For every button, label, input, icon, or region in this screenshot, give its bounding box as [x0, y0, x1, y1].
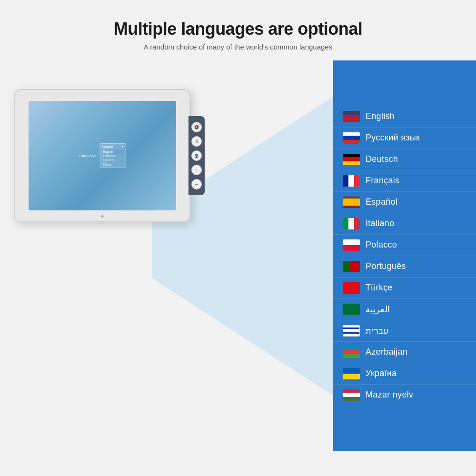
- screen-option-espanol[interactable]: Español: [102, 158, 123, 162]
- lang-name-sa: العربية: [366, 304, 390, 315]
- language-item-ru[interactable]: Русский язык: [333, 128, 476, 149]
- flag-en: [343, 111, 360, 122]
- device-screen: Language English ▾ English Français Espa…: [29, 101, 176, 210]
- flag-ru: [343, 132, 360, 144]
- lang-name-de: Deutsch: [366, 154, 398, 164]
- flag-pt: [343, 261, 360, 272]
- flag-fr: [343, 175, 360, 187]
- screen-language-label: Language: [79, 154, 96, 158]
- language-item-ua[interactable]: Україна: [333, 363, 476, 385]
- language-item-il[interactable]: עִברִית: [333, 320, 476, 342]
- language-item-pl[interactable]: Polacco: [333, 235, 476, 256]
- flag-hu: [343, 389, 360, 401]
- screen-option-selected[interactable]: English: [102, 149, 123, 154]
- lang-name-tr: Türkçe: [366, 283, 393, 293]
- button-user[interactable]: 👤: [191, 150, 202, 161]
- device-dot: [101, 215, 104, 218]
- language-item-es[interactable]: Español: [333, 192, 476, 213]
- side-buttons: 🔇 ⚙ 👤 ↕ ↩: [188, 116, 205, 195]
- language-item-sa[interactable]: العربية: [333, 299, 476, 320]
- flag-tr: [343, 282, 360, 294]
- lang-name-ru: Русский язык: [366, 133, 420, 143]
- language-item-fr[interactable]: Français: [333, 170, 476, 192]
- language-item-tr[interactable]: Türkçe: [333, 278, 476, 299]
- language-panel: EnglishРусский языкDeutschFrançaisEspaño…: [333, 60, 476, 451]
- button-back[interactable]: ↩: [191, 179, 202, 189]
- button-volume[interactable]: ↕: [191, 165, 202, 175]
- lang-name-az: Azerbaijan: [366, 347, 407, 357]
- lang-name-fr: Français: [366, 176, 399, 186]
- device-section: Language English ▾ English Français Espa…: [0, 60, 333, 451]
- button-settings[interactable]: ⚙: [191, 136, 202, 147]
- screen-dropdown[interactable]: English ▾ English Français Español Deuts…: [99, 143, 126, 168]
- language-item-hu[interactable]: Mazar nyelv: [333, 385, 476, 406]
- lang-name-es: Español: [366, 197, 397, 207]
- lang-name-il: עִברִית: [366, 326, 389, 336]
- flag-ua: [343, 368, 360, 379]
- content-area: Language English ▾ English Français Espa…: [0, 60, 476, 451]
- button-mute[interactable]: 🔇: [191, 122, 202, 132]
- screen-ui: Language English ▾ English Français Espa…: [79, 143, 126, 168]
- page: Multiple languages are optional A random…: [0, 0, 476, 476]
- device-frame: Language English ▾ English Français Espa…: [14, 89, 190, 222]
- lang-name-hu: Mazar nyelv: [366, 390, 413, 400]
- lang-name-ua: Україна: [366, 368, 397, 378]
- lang-name-pl: Polacco: [366, 240, 397, 250]
- lang-name-pt: Português: [366, 261, 406, 271]
- flag-es: [343, 197, 360, 208]
- page-subtitle: A random choice of many of the world's c…: [0, 43, 476, 51]
- lang-name-it: Italiano: [366, 218, 394, 228]
- header-section: Multiple languages are optional A random…: [0, 0, 476, 60]
- language-item-de[interactable]: Deutsch: [333, 149, 476, 170]
- language-item-it[interactable]: Italiano: [333, 213, 476, 235]
- language-item-az[interactable]: Azerbaijan: [333, 342, 476, 363]
- device-wrapper: Language English ▾ English Français Espa…: [14, 89, 190, 222]
- screen-option-deutsch[interactable]: Deutsch: [102, 162, 123, 167]
- flag-sa: [343, 304, 360, 315]
- flag-pl: [343, 239, 360, 251]
- screen-dropdown-list: English Français Español Deutsch: [102, 149, 123, 167]
- flag-it: [343, 218, 360, 229]
- page-title: Multiple languages are optional: [0, 19, 476, 39]
- language-item-pt[interactable]: Português: [333, 256, 476, 278]
- screen-dropdown-header: English ▾: [102, 145, 123, 149]
- screen-option-francais[interactable]: Français: [102, 154, 123, 158]
- flag-de: [343, 154, 360, 165]
- flag-az: [343, 347, 360, 358]
- lang-name-en: English: [366, 111, 395, 121]
- flag-il: [343, 325, 360, 337]
- language-item-en[interactable]: English: [333, 106, 476, 128]
